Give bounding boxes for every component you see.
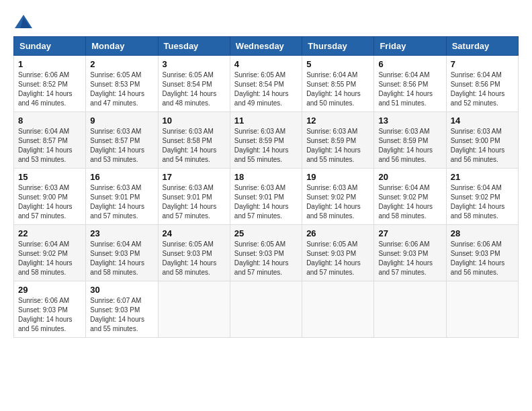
day-number: 13	[378, 116, 441, 126]
calendar-cell: 25 Sunrise: 6:05 AMSunset: 9:03 PMDaylig…	[230, 225, 302, 281]
calendar-cell: 15 Sunrise: 6:03 AMSunset: 9:00 PMDaylig…	[14, 169, 86, 225]
calendar-cell: 14 Sunrise: 6:03 AMSunset: 9:00 PMDaylig…	[446, 112, 518, 169]
calendar-cell: 1 Sunrise: 6:06 AMSunset: 8:52 PMDayligh…	[14, 56, 86, 112]
day-info: Sunrise: 6:03 AMSunset: 9:02 PMDaylight:…	[306, 184, 361, 220]
calendar-week-row: 22 Sunrise: 6:04 AMSunset: 9:02 PMDaylig…	[14, 225, 519, 281]
calendar-week-row: 8 Sunrise: 6:04 AMSunset: 8:57 PMDayligh…	[14, 112, 519, 169]
day-number: 2	[90, 59, 153, 69]
day-info: Sunrise: 6:05 AMSunset: 9:03 PMDaylight:…	[306, 240, 361, 276]
day-info: Sunrise: 6:04 AMSunset: 8:56 PMDaylight:…	[378, 71, 433, 107]
calendar-header-monday: Monday	[86, 37, 158, 56]
day-number: 10	[163, 116, 226, 126]
day-info: Sunrise: 6:03 AMSunset: 9:00 PMDaylight:…	[18, 184, 73, 220]
day-number: 7	[451, 59, 514, 69]
day-number: 20	[378, 172, 441, 182]
calendar-header-saturday: Saturday	[446, 37, 518, 56]
day-number: 6	[378, 59, 441, 69]
day-number: 17	[163, 172, 226, 182]
calendar-cell: 24 Sunrise: 6:05 AMSunset: 9:03 PMDaylig…	[158, 225, 230, 281]
day-info: Sunrise: 6:04 AMSunset: 9:02 PMDaylight:…	[18, 240, 73, 276]
day-info: Sunrise: 6:03 AMSunset: 8:57 PMDaylight:…	[90, 128, 144, 163]
calendar-header-thursday: Thursday	[302, 37, 374, 56]
calendar-cell: 29 Sunrise: 6:06 AMSunset: 9:03 PMDaylig…	[14, 281, 86, 338]
calendar-cell: 9 Sunrise: 6:03 AMSunset: 8:57 PMDayligh…	[86, 112, 158, 169]
day-info: Sunrise: 6:05 AMSunset: 9:03 PMDaylight:…	[163, 240, 217, 276]
day-number: 9	[90, 116, 153, 126]
day-info: Sunrise: 6:03 AMSunset: 8:58 PMDaylight:…	[163, 128, 217, 163]
day-info: Sunrise: 6:04 AMSunset: 9:02 PMDaylight:…	[378, 184, 433, 220]
logo-icon	[13, 13, 34, 30]
calendar-cell: 10 Sunrise: 6:03 AMSunset: 8:58 PMDaylig…	[158, 112, 230, 169]
day-info: Sunrise: 6:05 AMSunset: 8:54 PMDaylight:…	[163, 71, 217, 107]
day-number: 24	[163, 228, 226, 238]
day-info: Sunrise: 6:03 AMSunset: 9:01 PMDaylight:…	[234, 184, 289, 220]
day-info: Sunrise: 6:03 AMSunset: 8:59 PMDaylight:…	[306, 128, 361, 163]
day-info: Sunrise: 6:06 AMSunset: 9:03 PMDaylight:…	[451, 240, 505, 276]
day-info: Sunrise: 6:07 AMSunset: 9:03 PMDaylight:…	[90, 297, 144, 332]
day-number: 11	[234, 116, 298, 126]
day-number: 18	[234, 172, 298, 182]
calendar-cell: 20 Sunrise: 6:04 AMSunset: 9:02 PMDaylig…	[374, 169, 446, 225]
calendar-cell: 4 Sunrise: 6:05 AMSunset: 8:54 PMDayligh…	[230, 56, 302, 112]
calendar-week-row: 1 Sunrise: 6:06 AMSunset: 8:52 PMDayligh…	[14, 56, 519, 112]
day-number: 22	[18, 228, 81, 238]
calendar-week-row: 29 Sunrise: 6:06 AMSunset: 9:03 PMDaylig…	[14, 281, 519, 338]
day-info: Sunrise: 6:03 AMSunset: 9:01 PMDaylight:…	[90, 184, 144, 220]
calendar-cell: 28 Sunrise: 6:06 AMSunset: 9:03 PMDaylig…	[446, 225, 518, 281]
day-info: Sunrise: 6:05 AMSunset: 9:03 PMDaylight:…	[234, 240, 289, 276]
calendar-cell	[230, 281, 302, 338]
calendar-cell: 22 Sunrise: 6:04 AMSunset: 9:02 PMDaylig…	[14, 225, 86, 281]
calendar-cell: 21 Sunrise: 6:04 AMSunset: 9:02 PMDaylig…	[446, 169, 518, 225]
day-number: 3	[163, 59, 226, 69]
day-number: 19	[306, 172, 369, 182]
calendar-cell: 26 Sunrise: 6:05 AMSunset: 9:03 PMDaylig…	[302, 225, 374, 281]
calendar-cell	[158, 281, 230, 338]
calendar-header-wednesday: Wednesday	[230, 37, 302, 56]
day-info: Sunrise: 6:05 AMSunset: 8:54 PMDaylight:…	[234, 71, 289, 107]
calendar-cell	[302, 281, 374, 338]
day-info: Sunrise: 6:06 AMSunset: 9:03 PMDaylight:…	[18, 297, 73, 332]
calendar-cell: 16 Sunrise: 6:03 AMSunset: 9:01 PMDaylig…	[86, 169, 158, 225]
day-info: Sunrise: 6:05 AMSunset: 8:53 PMDaylight:…	[90, 71, 144, 107]
day-number: 26	[306, 228, 369, 238]
calendar-cell: 18 Sunrise: 6:03 AMSunset: 9:01 PMDaylig…	[230, 169, 302, 225]
calendar-body: 1 Sunrise: 6:06 AMSunset: 8:52 PMDayligh…	[14, 56, 519, 338]
day-number: 29	[18, 285, 81, 295]
calendar-cell: 11 Sunrise: 6:03 AMSunset: 8:59 PMDaylig…	[230, 112, 302, 169]
day-number: 12	[306, 116, 369, 126]
calendar-cell	[446, 281, 518, 338]
day-number: 21	[451, 172, 514, 182]
calendar-header-sunday: Sunday	[14, 37, 86, 56]
day-number: 4	[234, 59, 298, 69]
calendar-cell: 12 Sunrise: 6:03 AMSunset: 8:59 PMDaylig…	[302, 112, 374, 169]
logo	[13, 13, 36, 30]
day-number: 8	[18, 116, 81, 126]
calendar-cell: 5 Sunrise: 6:04 AMSunset: 8:55 PMDayligh…	[302, 56, 374, 112]
calendar-cell: 17 Sunrise: 6:03 AMSunset: 9:01 PMDaylig…	[158, 169, 230, 225]
day-number: 16	[90, 172, 153, 182]
calendar-header-tuesday: Tuesday	[158, 37, 230, 56]
day-info: Sunrise: 6:04 AMSunset: 9:03 PMDaylight:…	[90, 240, 144, 276]
day-info: Sunrise: 6:06 AMSunset: 9:03 PMDaylight:…	[378, 240, 433, 276]
calendar-cell: 6 Sunrise: 6:04 AMSunset: 8:56 PMDayligh…	[374, 56, 446, 112]
calendar-cell: 13 Sunrise: 6:03 AMSunset: 8:59 PMDaylig…	[374, 112, 446, 169]
day-number: 28	[451, 228, 514, 238]
calendar-cell: 3 Sunrise: 6:05 AMSunset: 8:54 PMDayligh…	[158, 56, 230, 112]
day-info: Sunrise: 6:04 AMSunset: 8:56 PMDaylight:…	[451, 71, 505, 107]
calendar-header-row: SundayMondayTuesdayWednesdayThursdayFrid…	[14, 37, 519, 56]
calendar-header-friday: Friday	[374, 37, 446, 56]
day-number: 23	[90, 228, 153, 238]
day-info: Sunrise: 6:03 AMSunset: 8:59 PMDaylight:…	[378, 128, 433, 163]
day-number: 1	[18, 59, 81, 69]
page-header	[13, 13, 519, 30]
calendar-cell: 30 Sunrise: 6:07 AMSunset: 9:03 PMDaylig…	[86, 281, 158, 338]
day-number: 15	[18, 172, 81, 182]
day-number: 25	[234, 228, 298, 238]
day-info: Sunrise: 6:04 AMSunset: 8:55 PMDaylight:…	[306, 71, 361, 107]
day-number: 5	[306, 59, 369, 69]
calendar-cell: 27 Sunrise: 6:06 AMSunset: 9:03 PMDaylig…	[374, 225, 446, 281]
day-number: 27	[378, 228, 441, 238]
calendar-cell	[374, 281, 446, 338]
day-info: Sunrise: 6:04 AMSunset: 9:02 PMDaylight:…	[451, 184, 505, 220]
calendar-week-row: 15 Sunrise: 6:03 AMSunset: 9:00 PMDaylig…	[14, 169, 519, 225]
